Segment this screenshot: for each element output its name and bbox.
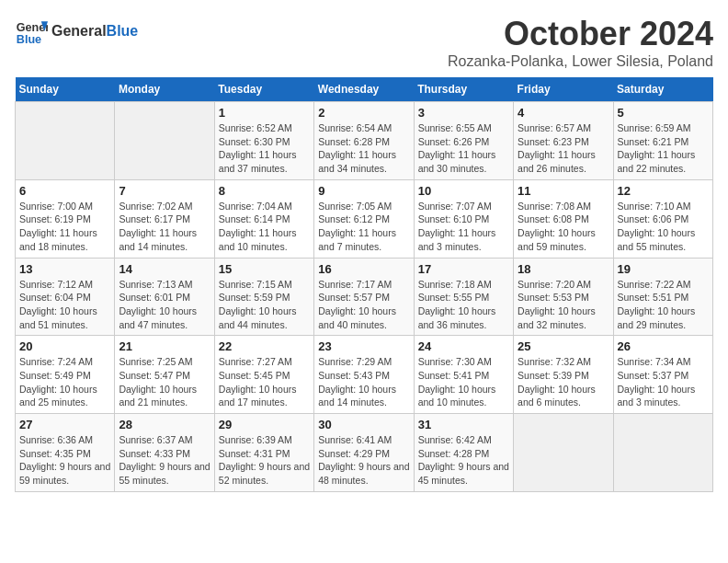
- calendar-cell: 20Sunrise: 7:24 AMSunset: 5:49 PMDayligh…: [16, 336, 115, 414]
- day-info: Sunrise: 7:18 AMSunset: 5:55 PMDaylight:…: [418, 278, 509, 332]
- day-number: 16: [318, 262, 409, 276]
- day-info: Sunrise: 6:59 AMSunset: 6:21 PMDaylight:…: [618, 121, 709, 176]
- logo: General Blue GeneralBlue: [15, 15, 138, 48]
- weekday-header: Friday: [514, 77, 613, 102]
- day-number: 21: [119, 339, 210, 353]
- day-number: 3: [418, 106, 509, 120]
- day-info: Sunrise: 7:04 AMSunset: 6:14 PMDaylight:…: [219, 200, 310, 254]
- calendar-cell: 10Sunrise: 7:07 AMSunset: 6:10 PMDayligh…: [414, 179, 513, 258]
- day-info: Sunrise: 7:22 AMSunset: 5:51 PMDaylight:…: [618, 278, 709, 332]
- day-number: 29: [219, 418, 310, 431]
- calendar-week-row: 13Sunrise: 7:12 AMSunset: 6:04 PMDayligh…: [16, 258, 713, 336]
- day-info: Sunrise: 7:05 AMSunset: 6:12 PMDaylight:…: [318, 200, 409, 254]
- weekday-header: Wednesday: [314, 77, 414, 102]
- calendar-cell: 8Sunrise: 7:04 AMSunset: 6:14 PMDaylight…: [214, 179, 313, 258]
- day-info: Sunrise: 7:02 AMSunset: 6:17 PMDaylight:…: [119, 200, 210, 254]
- calendar-week-row: 6Sunrise: 7:00 AMSunset: 6:19 PMDaylight…: [16, 179, 713, 258]
- day-number: 18: [518, 262, 609, 276]
- day-number: 2: [318, 106, 409, 120]
- day-info: Sunrise: 7:00 AMSunset: 6:19 PMDaylight:…: [19, 200, 110, 254]
- calendar-cell: 17Sunrise: 7:18 AMSunset: 5:55 PMDayligh…: [414, 258, 513, 336]
- calendar-week-row: 1Sunrise: 6:52 AMSunset: 6:30 PMDaylight…: [16, 102, 713, 180]
- calendar-cell: 14Sunrise: 7:13 AMSunset: 6:01 PMDayligh…: [115, 258, 214, 336]
- day-number: 26: [618, 339, 709, 353]
- day-number: 20: [19, 339, 110, 353]
- calendar-cell: 28Sunrise: 6:37 AMSunset: 4:33 PMDayligh…: [115, 414, 214, 492]
- day-number: 1: [219, 106, 310, 120]
- calendar-cell: 9Sunrise: 7:05 AMSunset: 6:12 PMDaylight…: [314, 179, 414, 258]
- calendar-cell: [16, 102, 115, 180]
- calendar-header: SundayMondayTuesdayWednesdayThursdayFrid…: [16, 77, 713, 102]
- calendar-cell: 16Sunrise: 7:17 AMSunset: 5:57 PMDayligh…: [314, 258, 414, 336]
- day-number: 14: [119, 262, 210, 276]
- day-number: 30: [318, 418, 409, 431]
- day-number: 13: [19, 262, 110, 276]
- day-info: Sunrise: 6:54 AMSunset: 6:28 PMDaylight:…: [318, 121, 409, 176]
- day-number: 11: [518, 184, 609, 198]
- calendar-week-row: 20Sunrise: 7:24 AMSunset: 5:49 PMDayligh…: [16, 336, 713, 414]
- calendar-table: SundayMondayTuesdayWednesdayThursdayFrid…: [15, 77, 713, 492]
- day-info: Sunrise: 6:37 AMSunset: 4:33 PMDaylight:…: [119, 433, 210, 488]
- day-number: 5: [618, 106, 709, 120]
- month-title: October 2024: [448, 15, 713, 53]
- day-info: Sunrise: 7:29 AMSunset: 5:43 PMDaylight:…: [318, 355, 409, 409]
- title-area: October 2024 Rozanka-Polanka, Lower Sile…: [448, 15, 713, 70]
- day-info: Sunrise: 7:13 AMSunset: 6:01 PMDaylight:…: [119, 278, 210, 332]
- calendar-cell: 24Sunrise: 7:30 AMSunset: 5:41 PMDayligh…: [414, 336, 513, 414]
- calendar-cell: 26Sunrise: 7:34 AMSunset: 5:37 PMDayligh…: [613, 336, 712, 414]
- calendar-cell: 15Sunrise: 7:15 AMSunset: 5:59 PMDayligh…: [214, 258, 313, 336]
- calendar-week-row: 27Sunrise: 6:36 AMSunset: 4:35 PMDayligh…: [16, 414, 713, 492]
- day-info: Sunrise: 7:15 AMSunset: 5:59 PMDaylight:…: [219, 278, 310, 332]
- day-number: 8: [219, 184, 310, 198]
- day-number: 6: [19, 184, 110, 198]
- calendar-cell: 7Sunrise: 7:02 AMSunset: 6:17 PMDaylight…: [115, 179, 214, 258]
- day-number: 25: [518, 339, 609, 353]
- day-info: Sunrise: 7:12 AMSunset: 6:04 PMDaylight:…: [19, 278, 110, 332]
- day-info: Sunrise: 7:30 AMSunset: 5:41 PMDaylight:…: [418, 355, 509, 409]
- calendar-cell: 11Sunrise: 7:08 AMSunset: 6:08 PMDayligh…: [514, 179, 613, 258]
- weekday-header: Saturday: [613, 77, 712, 102]
- location-title: Rozanka-Polanka, Lower Silesia, Poland: [448, 53, 713, 70]
- day-info: Sunrise: 7:25 AMSunset: 5:47 PMDaylight:…: [119, 355, 210, 409]
- day-info: Sunrise: 6:52 AMSunset: 6:30 PMDaylight:…: [219, 121, 310, 176]
- day-number: 10: [418, 184, 509, 198]
- day-info: Sunrise: 7:08 AMSunset: 6:08 PMDaylight:…: [518, 200, 609, 254]
- day-info: Sunrise: 6:41 AMSunset: 4:29 PMDaylight:…: [318, 433, 409, 488]
- calendar-cell: 2Sunrise: 6:54 AMSunset: 6:28 PMDaylight…: [314, 102, 414, 180]
- weekday-header: Sunday: [16, 77, 115, 102]
- day-number: 28: [119, 418, 210, 431]
- day-info: Sunrise: 6:36 AMSunset: 4:35 PMDaylight:…: [19, 433, 110, 488]
- calendar-cell: 22Sunrise: 7:27 AMSunset: 5:45 PMDayligh…: [214, 336, 313, 414]
- weekday-header: Tuesday: [214, 77, 313, 102]
- day-info: Sunrise: 6:57 AMSunset: 6:23 PMDaylight:…: [518, 121, 609, 176]
- svg-text:Blue: Blue: [17, 33, 41, 46]
- day-number: 27: [19, 418, 110, 431]
- calendar-cell: 13Sunrise: 7:12 AMSunset: 6:04 PMDayligh…: [16, 258, 115, 336]
- day-info: Sunrise: 6:55 AMSunset: 6:26 PMDaylight:…: [418, 121, 509, 176]
- day-number: 17: [418, 262, 509, 276]
- calendar-cell: 19Sunrise: 7:22 AMSunset: 5:51 PMDayligh…: [613, 258, 712, 336]
- logo-text: GeneralBlue: [51, 23, 138, 40]
- day-number: 9: [318, 184, 409, 198]
- day-number: 31: [418, 418, 509, 431]
- day-number: 24: [418, 339, 509, 353]
- calendar-cell: [514, 414, 613, 492]
- day-info: Sunrise: 7:32 AMSunset: 5:39 PMDaylight:…: [518, 355, 609, 409]
- weekday-row: SundayMondayTuesdayWednesdayThursdayFrid…: [16, 77, 713, 102]
- day-info: Sunrise: 6:42 AMSunset: 4:28 PMDaylight:…: [418, 433, 509, 488]
- day-number: 23: [318, 339, 409, 353]
- day-info: Sunrise: 7:10 AMSunset: 6:06 PMDaylight:…: [618, 200, 709, 254]
- calendar-cell: [115, 102, 214, 180]
- calendar-cell: 29Sunrise: 6:39 AMSunset: 4:31 PMDayligh…: [214, 414, 313, 492]
- header: General Blue GeneralBlue October 2024 Ro…: [15, 15, 713, 70]
- day-number: 19: [618, 262, 709, 276]
- logo-icon: General Blue: [15, 15, 48, 48]
- day-info: Sunrise: 7:20 AMSunset: 5:53 PMDaylight:…: [518, 278, 609, 332]
- day-info: Sunrise: 7:34 AMSunset: 5:37 PMDaylight:…: [618, 355, 709, 409]
- day-info: Sunrise: 7:07 AMSunset: 6:10 PMDaylight:…: [418, 200, 509, 254]
- weekday-header: Thursday: [414, 77, 513, 102]
- weekday-header: Monday: [115, 77, 214, 102]
- day-number: 12: [618, 184, 709, 198]
- calendar-cell: 31Sunrise: 6:42 AMSunset: 4:28 PMDayligh…: [414, 414, 513, 492]
- day-info: Sunrise: 7:17 AMSunset: 5:57 PMDaylight:…: [318, 278, 409, 332]
